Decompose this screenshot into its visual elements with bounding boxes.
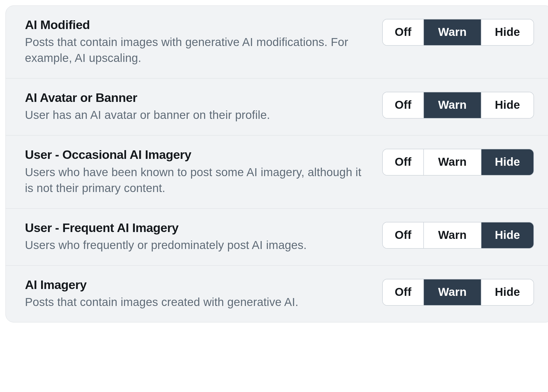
setting-description: Posts that contain images with generativ… — [25, 34, 371, 66]
segment-off[interactable]: Off — [383, 279, 424, 305]
setting-description: Posts that contain images created with g… — [25, 294, 371, 310]
setting-text: AI Avatar or Banner User has an AI avata… — [25, 90, 382, 123]
segmented-control: Off Warn Hide — [382, 92, 534, 119]
segment-warn[interactable]: Warn — [424, 222, 481, 248]
setting-description: Users who have been known to post some A… — [25, 164, 371, 196]
setting-title: User - Frequent AI Imagery — [25, 220, 371, 236]
segmented-control: Off Warn Hide — [382, 149, 534, 176]
settings-panel: AI Modified Posts that contain images wi… — [5, 5, 548, 322]
setting-text: AI Modified Posts that contain images wi… — [25, 17, 382, 66]
segment-warn[interactable]: Warn — [424, 92, 481, 118]
setting-title: User - Occasional AI Imagery — [25, 147, 371, 162]
setting-row: User - Frequent AI Imagery Users who fre… — [6, 209, 548, 266]
segment-off[interactable]: Off — [383, 92, 424, 118]
segmented-control: Off Warn Hide — [382, 222, 534, 249]
segment-hide[interactable]: Hide — [481, 92, 533, 118]
setting-text: User - Occasional AI Imagery Users who h… — [25, 147, 382, 196]
setting-row: User - Occasional AI Imagery Users who h… — [6, 136, 548, 208]
segmented-control: Off Warn Hide — [382, 279, 534, 306]
segment-hide[interactable]: Hide — [481, 222, 533, 248]
setting-text: AI Imagery Posts that contain images cre… — [25, 277, 382, 310]
segment-warn[interactable]: Warn — [424, 19, 481, 45]
setting-title: AI Modified — [25, 17, 371, 33]
setting-title: AI Imagery — [25, 277, 371, 293]
segmented-control: Off Warn Hide — [382, 19, 534, 46]
setting-row: AI Imagery Posts that contain images cre… — [6, 266, 548, 322]
segment-warn[interactable]: Warn — [424, 149, 481, 175]
segment-warn[interactable]: Warn — [424, 279, 481, 305]
setting-text: User - Frequent AI Imagery Users who fre… — [25, 220, 382, 253]
segment-hide[interactable]: Hide — [481, 279, 533, 305]
segment-hide[interactable]: Hide — [481, 149, 533, 175]
setting-description: User has an AI avatar or banner on their… — [25, 107, 371, 123]
setting-row: AI Avatar or Banner User has an AI avata… — [6, 79, 548, 136]
segment-off[interactable]: Off — [383, 222, 424, 248]
segment-hide[interactable]: Hide — [481, 19, 533, 45]
setting-description: Users who frequently or predominately po… — [25, 237, 371, 253]
setting-title: AI Avatar or Banner — [25, 90, 371, 105]
segment-off[interactable]: Off — [383, 149, 424, 175]
segment-off[interactable]: Off — [383, 19, 424, 45]
setting-row: AI Modified Posts that contain images wi… — [6, 6, 548, 79]
